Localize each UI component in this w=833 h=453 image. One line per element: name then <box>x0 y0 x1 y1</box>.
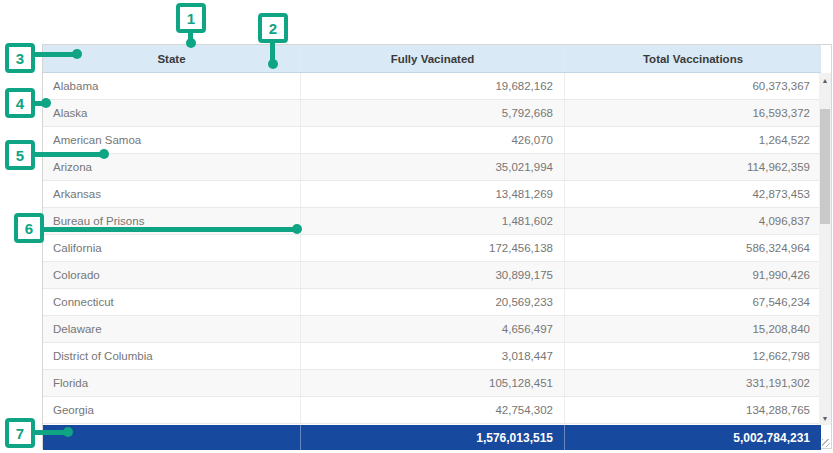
fully-vaccinated-cell: 30,899,175 <box>301 262 565 288</box>
callout-dot <box>292 224 302 234</box>
callout-dot <box>63 427 73 437</box>
callout-number: 2 <box>269 20 277 37</box>
state-cell: Arkansas <box>43 181 301 207</box>
total-vaccinations-cell: 5,002,784,231 <box>565 425 821 450</box>
callout-dot <box>186 38 196 48</box>
column-header-total-vaccinations[interactable]: Total Vaccinations <box>565 45 821 72</box>
state-cell: Connecticut <box>43 289 301 315</box>
fully-vaccinated-cell: 35,021,994 <box>301 154 565 180</box>
table-row[interactable]: District of Columbia3,018,44712,662,798 <box>43 343 821 370</box>
total-state-cell <box>43 425 301 450</box>
fully-vaccinated-cell: 172,456,138 <box>301 235 565 261</box>
total-vaccinations-cell: 114,962,359 <box>565 154 821 180</box>
total-vaccinations-cell: 15,208,840 <box>565 316 821 342</box>
callout-number: 6 <box>25 220 33 237</box>
callout-dot <box>72 49 82 59</box>
fully-vaccinated-cell: 1,481,602 <box>301 208 565 234</box>
state-cell: Delaware <box>43 316 301 342</box>
scroll-down-icon[interactable]: ▼ <box>819 411 831 425</box>
resize-grip-icon[interactable] <box>822 439 830 447</box>
column-header-fully-vaccinated[interactable]: Fully Vacinated <box>301 45 565 72</box>
fully-vaccinated-cell: 3,018,447 <box>301 343 565 369</box>
total-fully-vaccinated-cell: 1,576,013,515 <box>301 425 565 450</box>
vaccination-table: State Fully Vacinated Total Vaccinations… <box>42 44 832 449</box>
total-vaccinations-cell: 67,546,234 <box>565 289 821 315</box>
table-row[interactable]: California172,456,138586,324,964 <box>43 235 821 262</box>
callout-box: 5 <box>5 140 35 170</box>
callout-number: 4 <box>16 95 24 112</box>
state-cell: Colorado <box>43 262 301 288</box>
callout-number: 3 <box>16 50 24 67</box>
table-row[interactable]: Georgia42,754,302134,288,765 <box>43 397 821 424</box>
callout-number: 5 <box>16 147 24 164</box>
callout-dot <box>41 98 51 108</box>
callout-box: 1 <box>176 3 206 33</box>
state-cell: Alaska <box>43 100 301 126</box>
vertical-scrollbar[interactable]: ▲ ▼ <box>819 73 831 425</box>
scroll-up-icon[interactable]: ▲ <box>819 73 831 87</box>
callout-box: 6 <box>14 213 44 243</box>
table-row[interactable]: Alabama19,682,16260,373,367 <box>43 73 821 100</box>
fully-vaccinated-cell: 13,481,269 <box>301 181 565 207</box>
state-cell: Florida <box>43 370 301 396</box>
callout-dot <box>99 149 109 159</box>
callout-line <box>42 227 295 232</box>
total-vaccinations-cell: 42,873,453 <box>565 181 821 207</box>
total-vaccinations-cell: 60,373,367 <box>565 73 821 99</box>
total-vaccinations-cell: 586,324,964 <box>565 235 821 261</box>
callout-number: 1 <box>187 10 195 27</box>
callout-number: 7 <box>16 425 24 442</box>
callout-dot <box>268 59 278 69</box>
callout-line <box>33 52 75 57</box>
table-row[interactable]: Delaware4,656,49715,208,840 <box>43 316 821 343</box>
state-cell: California <box>43 235 301 261</box>
table-row[interactable]: Florida105,128,451331,191,302 <box>43 370 821 397</box>
state-cell: American Samoa <box>43 127 301 153</box>
callout-box: 7 <box>5 418 35 448</box>
column-header-state[interactable]: State <box>43 45 301 72</box>
state-cell: Arizona <box>43 154 301 180</box>
total-vaccinations-cell: 16,593,372 <box>565 100 821 126</box>
state-cell: District of Columbia <box>43 343 301 369</box>
callout-line <box>33 152 103 157</box>
total-vaccinations-cell: 4,096,837 <box>565 208 821 234</box>
table-row[interactable]: Arizona35,021,994114,962,359 <box>43 154 821 181</box>
table-row[interactable]: Arkansas13,481,26942,873,453 <box>43 181 821 208</box>
callout-box: 3 <box>5 43 35 73</box>
fully-vaccinated-cell: 4,656,497 <box>301 316 565 342</box>
total-row: 1,576,013,515 5,002,784,231 <box>43 425 821 450</box>
state-cell: Alabama <box>43 73 301 99</box>
total-vaccinations-cell: 12,662,798 <box>565 343 821 369</box>
table-row[interactable]: Connecticut20,569,23367,546,234 <box>43 289 821 316</box>
scrollbar-thumb[interactable] <box>820 109 830 224</box>
callout-line <box>33 430 67 435</box>
fully-vaccinated-cell: 19,682,162 <box>301 73 565 99</box>
screenshot-stage: State Fully Vacinated Total Vaccinations… <box>0 0 833 453</box>
total-vaccinations-cell: 134,288,765 <box>565 397 821 423</box>
table-row[interactable]: American Samoa426,0701,264,522 <box>43 127 821 154</box>
fully-vaccinated-cell: 105,128,451 <box>301 370 565 396</box>
fully-vaccinated-cell: 42,754,302 <box>301 397 565 423</box>
callout-box: 2 <box>258 13 288 43</box>
total-vaccinations-cell: 1,264,522 <box>565 127 821 153</box>
total-vaccinations-cell: 331,191,302 <box>565 370 821 396</box>
state-cell: Georgia <box>43 397 301 423</box>
fully-vaccinated-cell: 20,569,233 <box>301 289 565 315</box>
total-vaccinations-cell: 91,990,426 <box>565 262 821 288</box>
fully-vaccinated-cell: 5,792,668 <box>301 100 565 126</box>
callout-box: 4 <box>5 88 35 118</box>
table-row[interactable]: Colorado30,899,17591,990,426 <box>43 262 821 289</box>
table-header-row: State Fully Vacinated Total Vaccinations <box>43 45 821 73</box>
table-row[interactable]: Alaska5,792,66816,593,372 <box>43 100 821 127</box>
table-body: Alabama19,682,16260,373,367Alaska5,792,6… <box>43 73 821 425</box>
fully-vaccinated-cell: 426,070 <box>301 127 565 153</box>
